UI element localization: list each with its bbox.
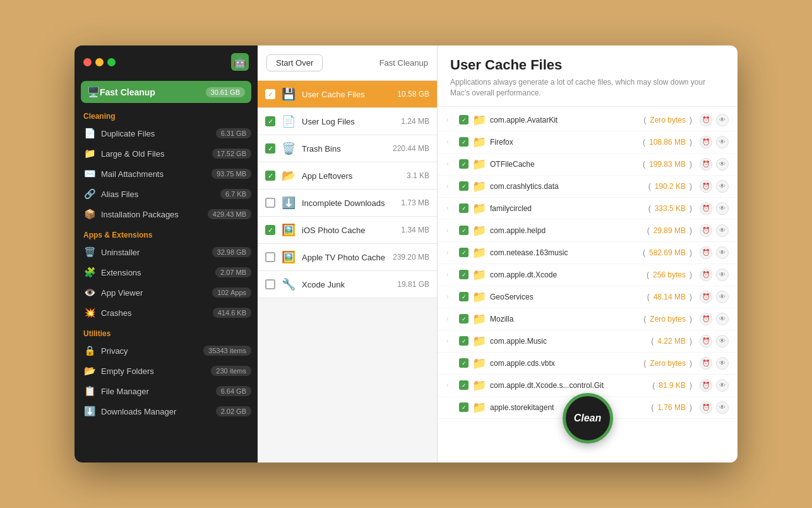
- file-size-open-10: (: [651, 337, 654, 346]
- sidebar-item-fast-cleanup[interactable]: 🖥️ Fast Cleanup 30.61 GB: [81, 81, 251, 103]
- file-checkbox-6[interactable]: ✓: [459, 248, 469, 257]
- file-checkbox-3[interactable]: ✓: [459, 181, 469, 191]
- sidebar-item-installation-packages[interactable]: 📦 Installation Packages 429.43 MB: [75, 204, 258, 224]
- expand-arrow-8[interactable]: ›: [446, 293, 455, 300]
- file-action-eye-6[interactable]: 👁: [716, 246, 729, 259]
- scan-item-checkbox-2[interactable]: ✓: [265, 143, 275, 154]
- expand-arrow-1[interactable]: ›: [446, 138, 455, 145]
- expand-arrow-10[interactable]: ›: [446, 337, 455, 344]
- scan-item-checkbox-5[interactable]: ✓: [265, 225, 275, 235]
- file-action-info-10[interactable]: ⏰: [700, 335, 712, 348]
- file-size-close-7: ): [690, 270, 692, 279]
- expand-arrow-12[interactable]: ›: [446, 382, 455, 389]
- file-checkbox-12[interactable]: ✓: [459, 380, 469, 390]
- scan-item-1[interactable]: ✓ 📄 User Log Files 1.24 MB: [258, 108, 437, 135]
- scan-item-7[interactable]: 🔧 Xcode Junk 19.81 GB: [258, 271, 437, 298]
- expand-arrow-9[interactable]: ›: [446, 315, 455, 322]
- scan-item-6[interactable]: 🖼️ Apple TV Photo Cache 239.20 MB: [258, 244, 437, 271]
- scan-item-icon-5: 🖼️: [282, 223, 296, 237]
- file-action-info-2[interactable]: ⏰: [700, 158, 712, 171]
- file-name-8: GeoServices: [490, 293, 643, 301]
- file-action-eye-11[interactable]: 👁: [716, 357, 729, 370]
- file-action-info-3[interactable]: ⏰: [700, 180, 712, 193]
- file-checkbox-1[interactable]: ✓: [459, 137, 469, 147]
- scan-item-3[interactable]: ✓ 📂 App Leftovers 3.1 KB: [258, 162, 437, 190]
- file-action-eye-12[interactable]: 👁: [716, 379, 729, 392]
- file-action-eye-13[interactable]: 👁: [716, 401, 729, 414]
- file-actions-1: ⏰ 👁: [700, 136, 729, 148]
- file-checkbox-8[interactable]: ✓: [459, 292, 469, 301]
- sidebar-item-mail-attachments[interactable]: ✉️ Mail Attachments 93.75 MB: [75, 164, 258, 184]
- file-action-eye-10[interactable]: 👁: [716, 335, 729, 348]
- file-name-7: com.apple.dt.Xcode: [490, 270, 643, 279]
- file-action-eye-0[interactable]: 👁: [716, 114, 729, 126]
- file-size-open-8: (: [647, 293, 650, 301]
- file-checkbox-10[interactable]: ✓: [459, 336, 469, 346]
- close-button[interactable]: [83, 58, 92, 66]
- clean-button[interactable]: Clean: [563, 393, 613, 444]
- scan-item-2[interactable]: ✓ 🗑️ Trash Bins 220.44 MB: [258, 135, 437, 162]
- file-name-5: com.apple.helpd: [490, 226, 643, 235]
- maximize-button[interactable]: [107, 58, 116, 66]
- file-action-info-5[interactable]: ⏰: [700, 224, 712, 237]
- file-action-info-1[interactable]: ⏰: [700, 136, 712, 148]
- file-action-eye-3[interactable]: 👁: [716, 180, 729, 193]
- scan-item-4[interactable]: ⬇️ Incomplete Downloads 1.73 MB: [258, 190, 437, 217]
- file-size-11: Zero bytes: [650, 359, 686, 368]
- file-checkbox-7[interactable]: ✓: [459, 270, 469, 279]
- sidebar-item-alias-files[interactable]: 🔗 Alias Files 6.7 KB: [75, 184, 258, 204]
- minimize-button[interactable]: [95, 58, 104, 66]
- scan-item-checkbox-0[interactable]: ✓: [265, 89, 275, 99]
- file-action-info-13[interactable]: ⏰: [700, 401, 712, 414]
- file-action-info-0[interactable]: ⏰: [700, 114, 712, 126]
- file-checkbox-13[interactable]: ✓: [459, 402, 469, 412]
- expand-arrow-6[interactable]: ›: [446, 249, 455, 256]
- file-action-info-4[interactable]: ⏰: [700, 202, 712, 215]
- file-action-info-11[interactable]: ⏰: [700, 357, 712, 370]
- expand-arrow-3[interactable]: ›: [446, 183, 455, 190]
- file-action-info-12[interactable]: ⏰: [700, 379, 712, 392]
- file-checkbox-4[interactable]: ✓: [459, 203, 469, 213]
- file-action-eye-1[interactable]: 👁: [716, 136, 729, 148]
- file-checkbox-11[interactable]: ✓: [459, 358, 469, 368]
- sidebar-item-extensions[interactable]: 🧩 Extensions 2.07 MB: [75, 262, 258, 282]
- expand-arrow-5[interactable]: ›: [446, 227, 455, 234]
- scan-item-checkbox-7[interactable]: [265, 279, 275, 289]
- file-checkbox-2[interactable]: ✓: [459, 159, 469, 169]
- file-action-info-9[interactable]: ⏰: [700, 313, 712, 325]
- start-over-button[interactable]: Start Over: [266, 54, 323, 71]
- file-action-info-7[interactable]: ⏰: [700, 269, 712, 281]
- sidebar-item-privacy[interactable]: 🔒 Privacy 35343 items: [75, 341, 258, 361]
- sidebar-item-downloads-manager[interactable]: ⬇️ Downloads Manager 2.02 GB: [75, 401, 258, 421]
- sidebar-item-file-manager[interactable]: 📋 File Manager 6.64 GB: [75, 381, 258, 401]
- file-action-eye-8[interactable]: 👁: [716, 291, 729, 303]
- middle-panel: Start Over Fast Cleanup ✓ 💾 User Cache F…: [258, 45, 438, 463]
- scan-item-checkbox-3[interactable]: ✓: [265, 171, 275, 181]
- scan-item-0[interactable]: ✓ 💾 User Cache Files 10.58 GB: [258, 81, 437, 108]
- file-action-eye-2[interactable]: 👁: [716, 158, 729, 171]
- file-action-eye-4[interactable]: 👁: [716, 202, 729, 215]
- sidebar-item-crashes[interactable]: 💥 Crashes 414.6 KB: [75, 303, 258, 323]
- file-action-eye-5[interactable]: 👁: [716, 224, 729, 237]
- sidebar-item-empty-folders[interactable]: 📂 Empty Folders 230 items: [75, 361, 258, 381]
- file-checkbox-9[interactable]: ✓: [459, 314, 469, 324]
- expand-arrow-2[interactable]: ›: [446, 160, 455, 167]
- scan-item-checkbox-1[interactable]: ✓: [265, 116, 275, 126]
- sidebar-item-duplicate-files[interactable]: 📄 Duplicate Files 6.31 GB: [75, 123, 258, 143]
- expand-arrow-4[interactable]: ›: [446, 205, 455, 212]
- expand-arrow-0[interactable]: ›: [446, 116, 455, 123]
- file-checkbox-0[interactable]: ✓: [459, 115, 469, 124]
- sidebar-item-uninstaller[interactable]: 🗑️ Uninstaller 32.98 GB: [75, 242, 258, 262]
- expand-arrow-7[interactable]: ›: [446, 271, 455, 278]
- file-action-eye-9[interactable]: 👁: [716, 313, 729, 325]
- scan-item-checkbox-6[interactable]: [265, 252, 275, 262]
- file-action-info-8[interactable]: ⏰: [700, 291, 712, 303]
- file-action-eye-7[interactable]: 👁: [716, 269, 729, 281]
- scan-item-checkbox-4[interactable]: [265, 198, 275, 208]
- scan-item-5[interactable]: ✓ 🖼️ iOS Photo Cache 1.34 MB: [258, 217, 437, 244]
- sidebar-item-app-viewer[interactable]: 👁️ App Viewer 102 Apps: [75, 282, 258, 303]
- sidebar-item-large-&-old-files[interactable]: 📁 Large & Old Files 17.52 GB: [75, 143, 258, 164]
- file-checkbox-5[interactable]: ✓: [459, 226, 469, 235]
- scan-item-size-2: 220.44 MB: [393, 144, 429, 153]
- file-action-info-6[interactable]: ⏰: [700, 246, 712, 259]
